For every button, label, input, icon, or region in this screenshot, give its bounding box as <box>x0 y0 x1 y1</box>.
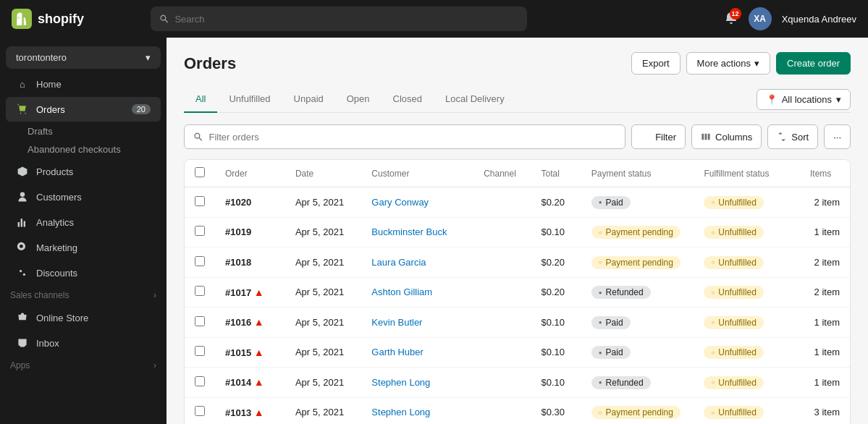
sidebar-item-analytics[interactable]: Analytics <box>6 210 161 234</box>
create-order-button[interactable]: Create order <box>776 52 851 75</box>
fulfillment-status-cell: Unfulfilled <box>694 217 800 247</box>
row-checkbox[interactable] <box>195 376 205 386</box>
location-pin-icon: 📍 <box>766 94 778 105</box>
sidebar-item-label: Analytics <box>36 217 74 228</box>
alert-icon: ▲ <box>254 347 264 358</box>
channel-cell <box>473 308 531 338</box>
sidebar-item-inbox[interactable]: Inbox <box>6 331 161 355</box>
sidebar-item-customers[interactable]: Customers <box>6 185 161 209</box>
fulfillment-status-badge: Unfulfilled <box>704 406 764 419</box>
order-number[interactable]: #1019 <box>225 226 251 237</box>
order-date-cell: Apr 5, 2021 <box>285 247 361 278</box>
order-number[interactable]: #1016 <box>225 317 251 328</box>
sidebar-item-discounts[interactable]: Discounts <box>6 260 161 285</box>
customer-name-cell: Ashton Gilliam <box>361 277 473 308</box>
table-row: #1016 ▲ Apr 5, 2021 Kevin Butler $0.10 P… <box>185 308 850 338</box>
more-options-button[interactable]: ··· <box>824 124 851 149</box>
row-checkbox[interactable] <box>195 196 205 206</box>
notifications-button[interactable]: 12 <box>724 11 738 27</box>
items-cell: 1 item <box>800 308 850 338</box>
channel-cell <box>473 337 531 368</box>
table-row: #1017 ▲ Apr 5, 2021 Ashton Gilliam $0.20… <box>185 277 850 308</box>
sidebar-item-abandoned[interactable]: Abandoned checkouts <box>0 140 167 158</box>
fulfillment-status-cell: Unfulfilled <box>694 368 800 398</box>
more-actions-button[interactable]: More actions ▾ <box>686 52 770 75</box>
content-area: Orders Export More actions ▾ Create orde… <box>167 38 868 424</box>
tabs-container: All Unfulfilled Unpaid Open Closed Local… <box>184 86 851 113</box>
tab-local-delivery[interactable]: Local Delivery <box>434 86 516 113</box>
row-checkbox[interactable] <box>195 346 205 356</box>
row-checkbox[interactable] <box>195 286 205 296</box>
payment-status-badge: Payment pending <box>591 256 681 269</box>
tab-unfulfilled[interactable]: Unfulfilled <box>217 86 282 113</box>
fulfillment-status-badge: Unfulfilled <box>704 316 764 329</box>
row-checkbox[interactable] <box>195 226 205 236</box>
filter-row: Filter Columns Sort ··· <box>184 124 851 149</box>
row-checkbox[interactable] <box>195 316 205 326</box>
order-number[interactable]: #1014 <box>225 377 251 388</box>
tab-unpaid[interactable]: Unpaid <box>282 86 335 113</box>
filter-button[interactable]: Filter <box>631 124 686 149</box>
fulfillment-status-cell: Unfulfilled <box>694 397 800 424</box>
customer-link[interactable]: Garth Huber <box>371 347 424 357</box>
avatar: XA <box>749 7 772 30</box>
table-row: #1019 Apr 5, 2021 Buckminster Buck $0.10… <box>185 217 850 247</box>
row-checkbox[interactable] <box>195 406 205 416</box>
search-container <box>151 7 527 31</box>
sidebar-item-products[interactable]: Products <box>6 159 161 184</box>
items-cell: 1 item <box>800 337 850 368</box>
select-all-checkbox[interactable] <box>195 167 205 177</box>
total-cell: $0.30 <box>531 397 581 424</box>
customer-link[interactable]: Stephen Long <box>371 377 430 388</box>
payment-status-cell: Payment pending <box>581 247 694 278</box>
sort-button[interactable]: Sort <box>767 124 818 149</box>
export-button[interactable]: Export <box>631 52 681 75</box>
row-checkbox[interactable] <box>195 256 205 266</box>
sidebar-item-drafts[interactable]: Drafts <box>0 122 167 140</box>
customer-link[interactable]: Gary Conway <box>371 197 429 208</box>
items-cell: 2 item <box>800 247 850 278</box>
order-number[interactable]: #1017 <box>225 287 251 298</box>
tab-closed[interactable]: Closed <box>382 86 434 113</box>
sidebar-item-marketing[interactable]: Marketing <box>6 235 161 260</box>
customer-link[interactable]: Laura Garcia <box>371 257 426 268</box>
filter-orders-input[interactable] <box>208 132 616 143</box>
order-number[interactable]: #1020 <box>225 197 251 208</box>
customer-link[interactable]: Buckminster Buck <box>371 226 447 237</box>
customers-icon <box>16 190 29 203</box>
location-filter-button[interactable]: 📍 All locations ▾ <box>757 89 851 110</box>
sidebar-item-orders[interactable]: Orders 20 <box>6 97 161 122</box>
columns-button[interactable]: Columns <box>691 124 762 149</box>
table-row: #1013 ▲ Apr 5, 2021 Stephen Long $0.30 P… <box>185 397 850 424</box>
customer-link[interactable]: Kevin Butler <box>371 317 422 328</box>
order-number[interactable]: #1015 <box>225 347 251 358</box>
apps-section[interactable]: Apps › <box>0 356 167 375</box>
sidebar-item-online-store[interactable]: Online Store <box>6 305 161 330</box>
customer-name-cell: Kevin Butler <box>361 308 473 338</box>
sales-channels-section[interactable]: Sales channels › <box>0 286 167 305</box>
fulfillment-status-badge: Unfulfilled <box>704 226 764 239</box>
payment-status-cell: Paid <box>581 187 694 218</box>
sidebar-item-home[interactable]: ⌂ Home <box>6 72 161 96</box>
global-search-input[interactable] <box>174 14 518 25</box>
fulfillment-status-column-header: Fulfillment status <box>694 160 800 187</box>
header-actions: Export More actions ▾ Create order <box>631 52 851 75</box>
online-store-icon <box>16 311 29 324</box>
store-selector[interactable]: torontontero ▾ <box>6 46 161 69</box>
tab-all[interactable]: All <box>184 86 217 113</box>
order-number[interactable]: #1013 <box>225 407 251 418</box>
customer-link[interactable]: Ashton Gilliam <box>371 287 432 297</box>
row-checkbox-cell <box>185 217 215 247</box>
order-number-cell: #1014 ▲ <box>215 368 285 398</box>
tab-open[interactable]: Open <box>335 86 382 113</box>
order-number-cell: #1019 <box>215 217 285 247</box>
order-number[interactable]: #1018 <box>225 257 251 268</box>
orders-icon <box>16 103 29 116</box>
customer-link[interactable]: Stephen Long <box>371 407 430 417</box>
customer-name-cell: Laura Garcia <box>361 247 473 278</box>
notification-badge: 12 <box>730 8 741 20</box>
expand-icon: › <box>153 360 156 370</box>
payment-status-badge: Paid <box>591 346 631 359</box>
payment-status-cell: Paid <box>581 308 694 338</box>
payment-status-badge: Paid <box>591 316 631 329</box>
